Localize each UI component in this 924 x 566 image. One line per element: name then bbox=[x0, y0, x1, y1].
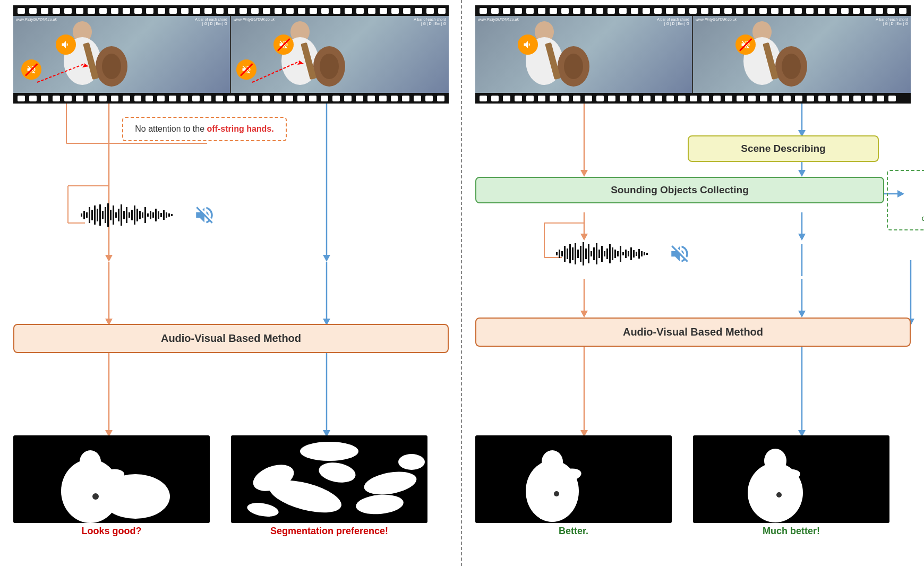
film-hole bbox=[655, 96, 662, 101]
svg-rect-39 bbox=[97, 209, 98, 221]
video-frame-4: www.PintyGUITAR.co.uk A bar of each chor… bbox=[693, 16, 911, 93]
svg-rect-60 bbox=[152, 212, 154, 218]
svg-marker-114 bbox=[798, 311, 806, 318]
film-hole bbox=[678, 8, 685, 14]
svg-rect-120 bbox=[559, 250, 560, 258]
video-strip-right: www.PintyGUITAR.co.uk A bar of each chor… bbox=[475, 5, 911, 104]
svg-rect-121 bbox=[561, 251, 563, 256]
film-hole bbox=[491, 96, 499, 101]
svg-point-76 bbox=[362, 468, 418, 499]
svg-rect-151 bbox=[641, 251, 643, 256]
film-hole bbox=[111, 8, 118, 14]
svg-rect-125 bbox=[572, 247, 574, 260]
scene-describing-box: Scene Describing bbox=[688, 135, 879, 162]
film-hole bbox=[538, 96, 545, 101]
svg-rect-132 bbox=[591, 251, 592, 256]
film-hole bbox=[158, 8, 165, 14]
left-panel: www.PintyGUITAR.co.uk A bar of each chor… bbox=[0, 0, 462, 566]
svg-rect-143 bbox=[620, 246, 621, 262]
svg-point-4 bbox=[102, 54, 121, 79]
film-hole bbox=[275, 8, 282, 14]
svg-rect-129 bbox=[583, 242, 584, 265]
svg-rect-66 bbox=[168, 213, 170, 217]
film-hole bbox=[701, 96, 709, 101]
scattered-segmentation bbox=[231, 435, 427, 523]
svg-rect-35 bbox=[86, 212, 88, 218]
film-hole bbox=[437, 96, 444, 101]
svg-point-72 bbox=[92, 493, 99, 500]
svg-point-161 bbox=[776, 492, 782, 498]
film-hole bbox=[76, 8, 83, 14]
film-hole bbox=[415, 8, 422, 14]
film-hole bbox=[620, 96, 627, 101]
frame-text-3: A bar of each chord | G | D | Em | G bbox=[657, 18, 689, 27]
film-hole bbox=[631, 8, 638, 14]
svg-rect-65 bbox=[166, 212, 167, 218]
film-hole bbox=[344, 96, 352, 101]
svg-rect-41 bbox=[102, 211, 104, 219]
svg-rect-55 bbox=[139, 211, 141, 219]
frame-text-1: A bar of each chord | G | D | Em | G bbox=[195, 18, 227, 27]
film-hole bbox=[818, 96, 826, 101]
right-panel: www.PintyGUITAR.co.uk A bar of each chor… bbox=[462, 0, 924, 566]
film-hole bbox=[794, 8, 802, 14]
frame-watermark-2: www.PintyGUITAR.co.uk bbox=[234, 18, 275, 21]
svg-rect-142 bbox=[617, 251, 619, 256]
film-hole bbox=[690, 96, 697, 101]
frame-text-4: A bar of each chord | G | D | Em | G bbox=[876, 18, 908, 27]
film-hole bbox=[53, 8, 60, 14]
scene-describing-label: Scene Describing bbox=[688, 135, 879, 162]
svg-rect-122 bbox=[564, 246, 566, 262]
svg-point-79 bbox=[246, 501, 279, 519]
film-hole bbox=[865, 96, 872, 101]
svg-rect-147 bbox=[630, 247, 632, 260]
film-hole bbox=[298, 8, 305, 14]
svg-rect-52 bbox=[131, 210, 133, 220]
film-hole bbox=[526, 96, 534, 101]
film-hole bbox=[321, 96, 328, 101]
svg-rect-134 bbox=[596, 243, 597, 264]
svg-rect-140 bbox=[612, 247, 613, 260]
film-hole bbox=[678, 96, 686, 101]
film-hole bbox=[619, 8, 627, 14]
film-hole bbox=[425, 96, 433, 101]
svg-rect-145 bbox=[625, 250, 627, 258]
film-hole bbox=[573, 8, 580, 14]
waveform-area-right bbox=[555, 241, 693, 267]
svg-rect-123 bbox=[567, 248, 568, 259]
film-hole bbox=[480, 8, 487, 14]
seg-output-right-2: Much better! bbox=[693, 435, 889, 537]
svg-marker-17 bbox=[105, 255, 113, 262]
film-hole bbox=[134, 8, 142, 14]
film-hole bbox=[829, 8, 837, 14]
svg-rect-64 bbox=[163, 210, 165, 220]
film-hole bbox=[783, 96, 791, 101]
film-hole bbox=[643, 96, 651, 101]
av-method-label-left: Audio-Visual Based Method bbox=[13, 324, 449, 353]
svg-rect-63 bbox=[160, 213, 162, 217]
film-hole bbox=[887, 8, 895, 14]
seg-image-3 bbox=[475, 435, 672, 523]
svg-rect-148 bbox=[633, 250, 635, 258]
film-hole bbox=[806, 8, 814, 14]
av-method-label-right: Audio-Visual Based Method bbox=[475, 318, 911, 347]
film-hole bbox=[297, 96, 305, 101]
svg-rect-38 bbox=[94, 205, 96, 225]
film-hole bbox=[807, 96, 814, 101]
svg-marker-7 bbox=[82, 64, 89, 67]
film-hole bbox=[585, 8, 592, 14]
film-hole bbox=[491, 8, 499, 14]
film-hole bbox=[402, 96, 409, 101]
svg-point-85 bbox=[564, 54, 583, 79]
guitar-note-text: Guitar isnot apossiblecandidate. bbox=[887, 170, 924, 230]
film-hole bbox=[368, 8, 375, 14]
av-method-box-right: Audio-Visual Based Method bbox=[475, 318, 911, 347]
svg-marker-104 bbox=[798, 234, 806, 241]
frame-text-2: A bar of each chord | G | D | Em | G bbox=[414, 18, 446, 27]
film-hole bbox=[666, 8, 673, 14]
svg-rect-43 bbox=[107, 203, 109, 227]
film-hole bbox=[631, 96, 639, 101]
film-hole bbox=[795, 96, 802, 101]
svg-rect-139 bbox=[609, 244, 611, 263]
caption-left-2: Segmentation preference! bbox=[231, 526, 427, 537]
